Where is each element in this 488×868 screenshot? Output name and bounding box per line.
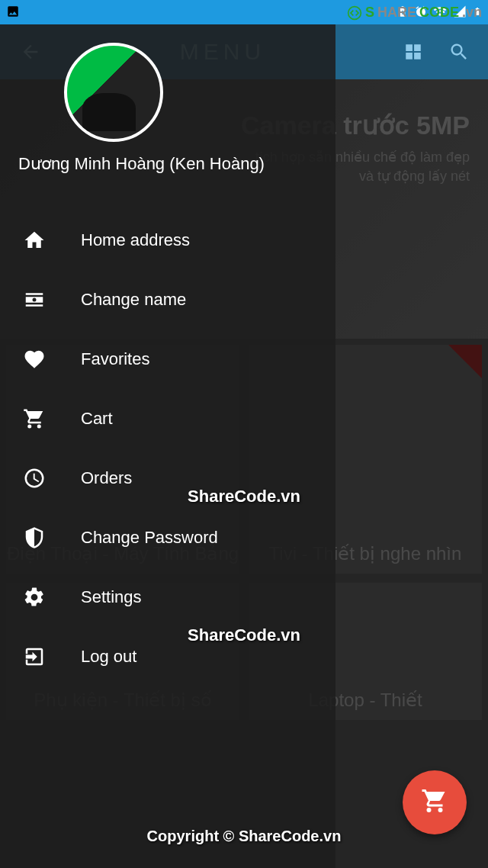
menu-label: Settings <box>81 587 142 607</box>
logout-icon <box>21 644 47 670</box>
menu-favorites[interactable]: Favorites <box>0 330 336 389</box>
menu-label: Change Password <box>81 528 218 548</box>
drawer-header: Dương Minh Hoàng (Ken Hoàng) <box>0 43 336 189</box>
menu-label: Cart <box>81 409 113 429</box>
cart-fab[interactable] <box>403 770 467 834</box>
menu-label: Favorites <box>81 349 149 369</box>
photo-icon <box>6 5 20 21</box>
menu-cart[interactable]: Cart <box>0 389 336 448</box>
user-name: Dương Minh Hoàng (Ken Hoàng) <box>18 154 317 174</box>
search-button[interactable] <box>448 41 470 63</box>
drawer-menu: Home address Change name Favorites Cart … <box>0 211 336 686</box>
cart-icon <box>421 787 448 818</box>
menu-change-name[interactable]: Change name <box>0 270 336 330</box>
grid-view-button[interactable] <box>403 41 424 63</box>
menu-label: Log out <box>81 647 136 667</box>
menu-label: Orders <box>81 468 132 488</box>
cart-icon <box>21 406 47 432</box>
heart-icon <box>21 346 47 372</box>
menu-label: Home address <box>81 230 190 250</box>
menu-home-address[interactable]: Home address <box>0 211 336 270</box>
menu-orders[interactable]: Orders <box>0 448 336 508</box>
shield-icon <box>21 525 47 551</box>
menu-settings[interactable]: Settings <box>0 567 336 627</box>
home-icon <box>21 227 47 253</box>
menu-logout[interactable]: Log out <box>0 627 336 686</box>
contact-icon <box>21 287 47 313</box>
menu-label: Change name <box>81 290 186 310</box>
sharecode-logo-watermark: SHARECODE.vn <box>347 5 482 21</box>
menu-change-password[interactable]: Change Password <box>0 508 336 567</box>
nav-drawer: Dương Minh Hoàng (Ken Hoàng) Home addres… <box>0 24 336 868</box>
gear-icon <box>21 584 47 610</box>
clock-icon <box>21 465 47 491</box>
avatar[interactable] <box>64 43 163 142</box>
